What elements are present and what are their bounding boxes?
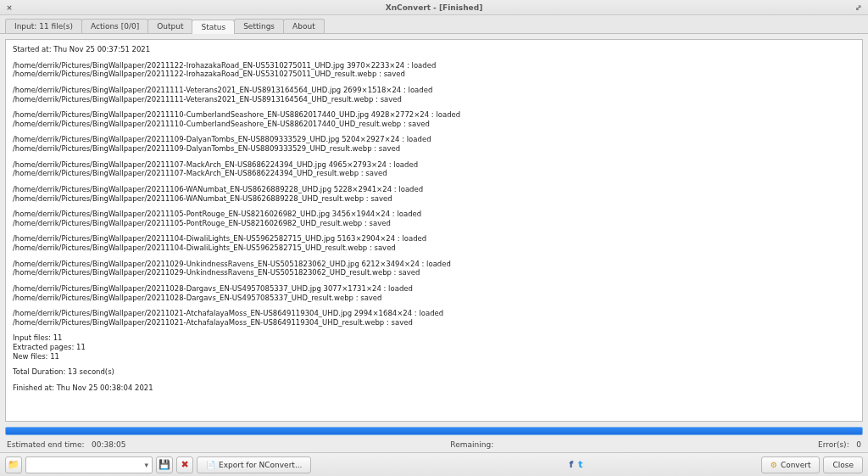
log-loaded: /home/derrik/Pictures/BingWallpaper/2021… — [13, 86, 855, 95]
export-nconvert-button[interactable]: 📄 Export for NConvert... — [197, 456, 311, 473]
log-loaded: /home/derrik/Pictures/BingWallpaper/2021… — [13, 160, 855, 170]
convert-icon: ⚙ — [771, 461, 777, 469]
document-icon: 📄 — [206, 461, 215, 469]
tab-input[interactable]: Input: 11 file(s) — [5, 19, 82, 33]
log-loaded: /home/derrik/Pictures/BingWallpaper/2021… — [13, 110, 855, 120]
remaining-label: Remaining: — [450, 440, 493, 449]
tab-label: Settings — [243, 22, 275, 31]
log-saved: /home/derrik/Pictures/BingWallpaper/2021… — [13, 244, 855, 253]
log-loaded: /home/derrik/Pictures/BingWallpaper/2021… — [13, 135, 855, 144]
errors-label: Error(s): — [818, 440, 849, 449]
log-loaded: /home/derrik/Pictures/BingWallpaper/2021… — [13, 210, 855, 219]
bottom-toolbar: 📁 ▾ 💾 ✖ 📄 Export for NConvert... f t ⚙ C… — [0, 452, 868, 476]
tab-label: Status — [201, 23, 225, 31]
log-saved: /home/derrik/Pictures/BingWallpaper/2021… — [13, 194, 855, 204]
log-loaded: /home/derrik/Pictures/BingWallpaper/2021… — [13, 185, 855, 194]
tab-about[interactable]: About — [283, 19, 325, 33]
close-button[interactable]: Close — [823, 456, 863, 473]
status-info-row: Estimated end time: 00:38:05 Remaining: … — [0, 437, 868, 452]
log-input-files: Input files: 11 — [13, 333, 855, 343]
preset-combo[interactable]: ▾ — [25, 456, 153, 473]
log-saved: /home/derrik/Pictures/BingWallpaper/2021… — [13, 268, 855, 277]
tab-output[interactable]: Output — [147, 19, 192, 33]
log-saved: /home/derrik/Pictures/BingWallpaper/2021… — [13, 144, 855, 154]
convert-button[interactable]: ⚙ Convert — [761, 456, 821, 473]
maximize-icon[interactable]: ⤢ — [853, 3, 865, 12]
log-saved: /home/derrik/Pictures/BingWallpaper/2021… — [13, 169, 855, 178]
progress-bar — [5, 427, 863, 435]
close-label: Close — [832, 461, 854, 469]
estimated-label: Estimated end time: — [7, 440, 85, 449]
tabbar: Input: 11 file(s) Actions [0/0] Output S… — [0, 15, 868, 34]
log-new-files: New files: 11 — [13, 352, 855, 361]
log-saved: /home/derrik/Pictures/BingWallpaper/2021… — [13, 294, 855, 303]
open-folder-button[interactable]: 📁 — [5, 456, 22, 473]
tab-label: About — [292, 22, 315, 31]
tab-status[interactable]: Status — [192, 20, 235, 34]
log-loaded: /home/derrik/Pictures/BingWallpaper/2021… — [13, 61, 855, 70]
log-loaded: /home/derrik/Pictures/BingWallpaper/2021… — [13, 284, 855, 294]
tab-settings[interactable]: Settings — [234, 19, 284, 33]
log-saved: /home/derrik/Pictures/BingWallpaper/2021… — [13, 70, 855, 79]
log-loaded: /home/derrik/Pictures/BingWallpaper/2021… — [13, 260, 855, 269]
titlebar: × XnConvert - [Finished] ⤢ — [0, 0, 868, 15]
facebook-icon[interactable]: f — [569, 459, 573, 470]
log-loaded: /home/derrik/Pictures/BingWallpaper/2021… — [13, 309, 855, 318]
log-saved: /home/derrik/Pictures/BingWallpaper/2021… — [13, 95, 855, 104]
log-extracted: Extracted pages: 11 — [13, 343, 855, 352]
tab-label: Actions [0/0] — [91, 22, 139, 31]
window-title: XnConvert - [Finished] — [0, 3, 868, 12]
tab-label: Input: 11 file(s) — [14, 22, 73, 31]
log-saved: /home/derrik/Pictures/BingWallpaper/2021… — [13, 219, 855, 228]
log-loaded: /home/derrik/Pictures/BingWallpaper/2021… — [13, 234, 855, 244]
close-icon[interactable]: × — [3, 3, 15, 12]
log-finished: Finished at: Thu Nov 25 00:38:04 2021 — [13, 384, 855, 393]
estimated-value: 00:38:05 — [92, 440, 125, 449]
export-label: Export for NConvert... — [219, 461, 302, 469]
log-duration: Total Duration: 13 second(s) — [13, 367, 855, 377]
log-saved: /home/derrik/Pictures/BingWallpaper/2021… — [13, 318, 855, 328]
twitter-icon[interactable]: t — [578, 459, 582, 470]
errors-value: 0 — [856, 440, 861, 449]
log-started: Started at: Thu Nov 25 00:37:51 2021 — [13, 45, 855, 54]
status-log[interactable]: Started at: Thu Nov 25 00:37:51 2021 /ho… — [5, 39, 863, 422]
log-saved: /home/derrik/Pictures/BingWallpaper/2021… — [13, 120, 855, 129]
convert-label: Convert — [781, 461, 811, 469]
tab-actions[interactable]: Actions [0/0] — [81, 19, 148, 33]
delete-preset-button[interactable]: ✖ — [176, 456, 193, 473]
tab-label: Output — [157, 22, 183, 31]
chevron-down-icon: ▾ — [144, 461, 148, 469]
save-preset-button[interactable]: 💾 — [156, 456, 173, 473]
